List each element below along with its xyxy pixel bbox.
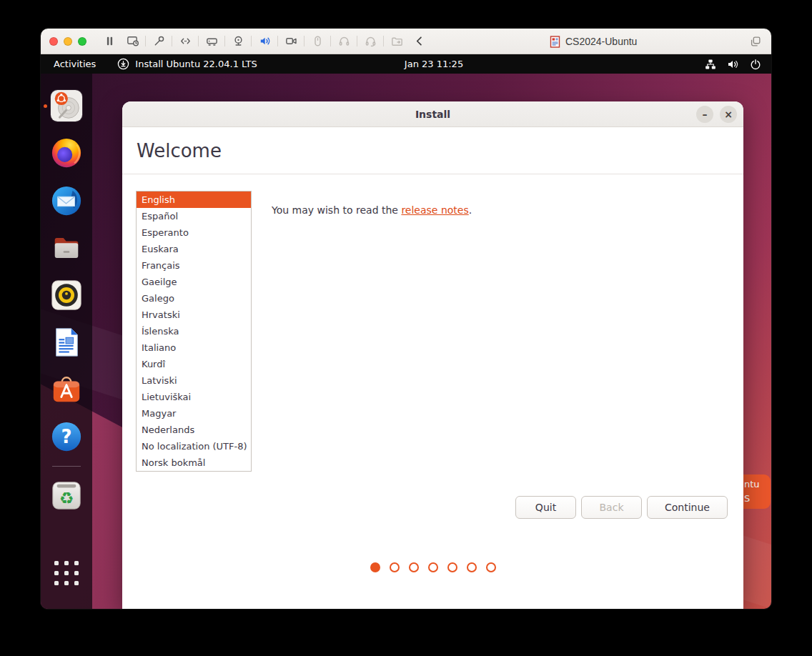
traffic-lights — [49, 37, 86, 46]
vm-toolbar — [98, 32, 431, 51]
toolbar-divider — [224, 36, 225, 46]
duplicate-icon[interactable] — [749, 35, 762, 51]
language-item[interactable]: Nederlands — [137, 422, 251, 438]
svg-text:?: ? — [61, 426, 71, 447]
vm-document-icon — [550, 36, 560, 48]
page-indicator — [370, 562, 496, 572]
language-item[interactable]: Latviski — [137, 372, 251, 389]
language-item[interactable]: Euskara — [137, 241, 251, 257]
vm-title-text: CS2024-Ubuntu — [565, 36, 637, 47]
close-icon[interactable]: × — [720, 106, 737, 123]
volume-icon — [727, 59, 739, 70]
svg-text:♻: ♻ — [59, 489, 74, 507]
video-camera-icon[interactable] — [279, 32, 302, 51]
install-window: Install – × Welcome English Español Espe… — [122, 101, 743, 609]
dock-item-libreoffice-writer[interactable] — [50, 326, 83, 359]
info-suffix: . — [469, 204, 472, 216]
info-prefix: You may wish to read the — [272, 204, 401, 216]
language-item[interactable]: No localization (UTF-8) — [137, 438, 251, 454]
install-app-icon — [117, 58, 129, 70]
pager-dot — [486, 562, 496, 572]
language-item[interactable]: Lietuviškai — [137, 389, 251, 405]
language-item[interactable]: Español — [137, 208, 251, 224]
pager-dot-current — [370, 562, 380, 572]
rhythmbox-icon — [50, 279, 83, 312]
shared-folder-icon[interactable] — [385, 32, 408, 51]
pager-dot — [447, 562, 457, 572]
language-item[interactable]: Hrvatski — [137, 307, 251, 323]
page-title: Welcome — [122, 127, 743, 174]
dock-item-trash[interactable]: ♻ — [50, 479, 83, 512]
install-titlebar[interactable]: Install – × — [122, 101, 743, 127]
speaker-icon[interactable] — [253, 32, 276, 51]
release-notes-text: You may wish to read the release notes. — [272, 204, 472, 216]
headphones-icon[interactable] — [332, 32, 355, 51]
system-status-area[interactable] — [705, 54, 761, 74]
dock-item-help[interactable]: ? — [50, 420, 83, 453]
toolbar-divider — [330, 36, 331, 46]
language-item[interactable]: Magyar — [137, 405, 251, 422]
mouse-icon[interactable] — [306, 32, 329, 51]
minimize-window-button[interactable] — [64, 37, 72, 46]
install-window-controls: – × — [696, 106, 737, 123]
dock-item-ubuntu-installer[interactable] — [50, 89, 83, 122]
minimize-icon[interactable]: – — [696, 106, 713, 123]
toolbar-divider — [383, 36, 384, 46]
running-indicator-dot — [44, 104, 47, 108]
display-restart-icon[interactable] — [121, 32, 144, 51]
desktop-label-line1: ntu — [744, 477, 771, 492]
help-icon: ? — [50, 420, 83, 453]
dock-item-ubuntu-software[interactable] — [50, 373, 83, 406]
toolbar-divider — [145, 36, 146, 46]
language-item[interactable]: Esperanto — [137, 224, 251, 241]
language-list[interactable]: English Español Esperanto Euskara França… — [136, 191, 252, 472]
show-applications-button[interactable] — [51, 558, 81, 588]
thunderbird-icon — [50, 184, 83, 217]
action-buttons: Quit Back Continue — [515, 496, 728, 519]
dock-item-firefox[interactable] — [50, 136, 83, 169]
language-item[interactable]: Norsk bokmål — [137, 454, 251, 471]
ubuntu-installer-icon — [50, 89, 83, 122]
firefox-icon — [50, 136, 83, 169]
language-item[interactable]: Kurdî — [137, 356, 251, 372]
quit-button[interactable]: Quit — [515, 496, 576, 519]
language-item[interactable]: Galego — [137, 290, 251, 307]
toolbar-divider — [277, 36, 278, 46]
ubuntu-screen: Activities Install Ubuntu 22.04.1 LTS Ja… — [41, 54, 771, 609]
close-window-button[interactable] — [49, 37, 58, 46]
dock-item-thunderbird[interactable] — [50, 184, 83, 217]
release-notes-link[interactable]: release notes — [401, 204, 468, 216]
desktop: ? ♻ ntu S — [41, 74, 771, 609]
language-item[interactable]: Íslenska — [137, 323, 251, 339]
language-item[interactable]: Français — [137, 257, 251, 274]
dock: ? ♻ — [41, 74, 92, 609]
clock[interactable]: Jan 23 11:25 — [405, 59, 463, 69]
toolbar-divider — [304, 36, 304, 46]
mac-titlebar: CS2024-Ubuntu — [41, 29, 771, 54]
dock-item-rhythmbox[interactable] — [50, 279, 83, 312]
pause-icon[interactable] — [98, 32, 121, 51]
continue-button[interactable]: Continue — [647, 496, 728, 519]
pager-dot — [390, 562, 400, 572]
focused-app-menu[interactable]: Install Ubuntu 22.04.1 LTS — [117, 58, 257, 70]
back-chevron-icon[interactable] — [408, 32, 431, 51]
headphones-mic-icon[interactable] — [359, 32, 382, 51]
webcam-icon[interactable] — [227, 32, 249, 51]
files-icon — [50, 232, 83, 264]
language-item[interactable]: Italiano — [137, 339, 251, 356]
toolbar-divider — [251, 36, 252, 46]
drive-icon[interactable] — [200, 32, 223, 51]
wrench-icon[interactable] — [147, 32, 170, 51]
install-title: Install — [415, 109, 450, 120]
trash-icon: ♻ — [50, 479, 83, 512]
language-item-selected[interactable]: English — [137, 192, 251, 208]
zoom-window-button[interactable] — [78, 37, 86, 46]
desktop-label-line2: S — [744, 492, 771, 506]
dock-item-files[interactable] — [50, 232, 83, 264]
back-button[interactable]: Back — [581, 496, 642, 519]
toolbar-divider — [357, 36, 357, 46]
code-icon[interactable] — [174, 32, 197, 51]
language-item[interactable]: Gaeilge — [137, 274, 251, 290]
activities-button[interactable]: Activities — [41, 54, 109, 74]
toolbar-divider — [172, 36, 172, 46]
